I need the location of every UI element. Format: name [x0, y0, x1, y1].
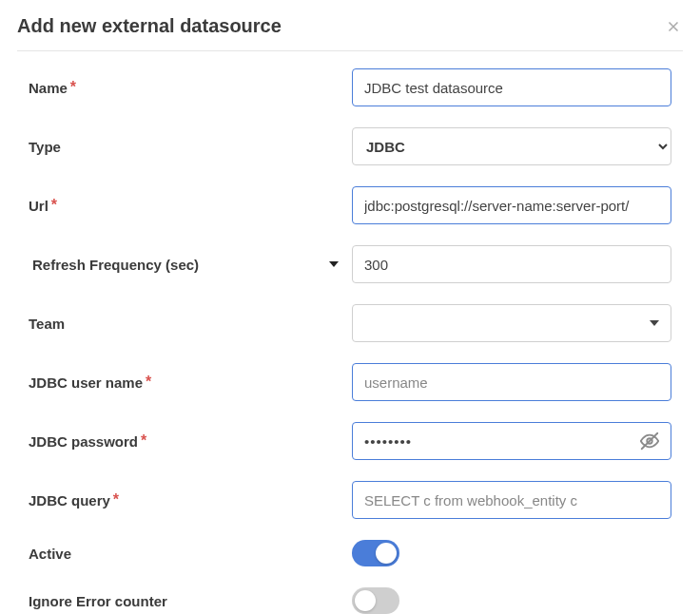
row-team: Team	[29, 304, 671, 342]
row-jdbc-user: JDBC user name *	[29, 363, 671, 401]
modal-title: Add new external datasource	[17, 15, 282, 37]
refresh-input[interactable]	[352, 245, 671, 283]
row-jdbc-pass: JDBC password *	[29, 422, 671, 460]
label-jdbc-pass: JDBC password *	[29, 432, 352, 450]
jdbc-query-input[interactable]	[352, 481, 671, 519]
eye-off-icon[interactable]	[639, 431, 660, 451]
modal-header: Add new external datasource	[17, 15, 683, 51]
row-jdbc-query: JDBC query *	[29, 481, 671, 519]
jdbc-user-input[interactable]	[352, 363, 671, 401]
row-ignore-error: Ignore Error counter	[29, 587, 671, 614]
row-active: Active	[29, 540, 671, 566]
label-team: Team	[29, 316, 352, 332]
ignore-error-toggle[interactable]	[352, 587, 399, 614]
name-input[interactable]	[352, 68, 671, 106]
label-name: Name *	[29, 79, 352, 96]
chevron-down-icon[interactable]	[329, 261, 339, 267]
chevron-down-icon	[650, 320, 659, 326]
label-ignore-error: Ignore Error counter	[29, 593, 352, 609]
close-button[interactable]	[664, 17, 683, 36]
label-url: Url *	[29, 197, 352, 214]
team-select[interactable]	[352, 304, 671, 342]
label-type: Type	[29, 139, 352, 155]
form: Name * Type JDBC Url *	[17, 68, 683, 614]
label-refresh: Refresh Frequency (sec)	[29, 257, 352, 273]
label-jdbc-user: JDBC user name *	[29, 374, 352, 391]
type-select[interactable]: JDBC	[352, 127, 671, 165]
add-datasource-modal: Add new external datasource Name * Type …	[0, 0, 700, 614]
row-url: Url *	[29, 186, 671, 224]
close-icon	[665, 18, 682, 35]
label-active: Active	[29, 546, 352, 562]
label-jdbc-query: JDBC query *	[29, 491, 352, 508]
row-type: Type JDBC	[29, 127, 671, 165]
active-toggle[interactable]	[352, 540, 399, 566]
jdbc-password-input[interactable]	[352, 422, 671, 460]
url-input[interactable]	[352, 186, 671, 224]
row-name: Name *	[29, 68, 671, 106]
row-refresh: Refresh Frequency (sec)	[29, 245, 671, 283]
